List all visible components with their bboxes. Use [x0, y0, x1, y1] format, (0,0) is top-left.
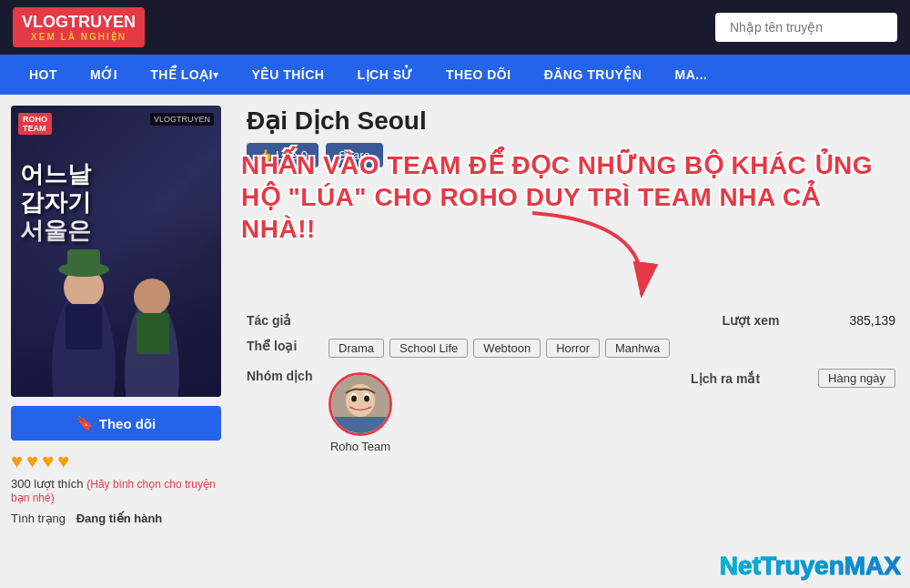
- cover-characters-svg: [11, 197, 221, 397]
- vote-count-text: 300 lượt thích: [11, 477, 84, 491]
- vote-count: 300 lượt thích (Hãy bình chọn cho truyện…: [11, 477, 221, 504]
- logo-wrapper[interactable]: VLOGTRUYEN XEM LÀ NGHIỆN: [13, 7, 145, 47]
- heart-2: ♥: [26, 450, 38, 473]
- nav-dang-truyen[interactable]: ĐĂNG TRUYỆN: [528, 55, 659, 95]
- follow-button[interactable]: 🔖 Theo dõi: [11, 406, 221, 441]
- nav-the-loai[interactable]: THỂ LOẠI: [134, 55, 235, 95]
- genre-school[interactable]: School Life: [389, 339, 468, 358]
- heart-3: ♥: [42, 450, 54, 473]
- luot-xem-label: Lượt xem: [722, 313, 794, 328]
- promo-overlay: NHẤN VÀO TEAM ĐỂ ĐỌC NHỮNG BỘ KHÁC ỦNG H…: [241, 149, 901, 245]
- nav-more[interactable]: MA...: [658, 55, 723, 95]
- nav: HOT MỚI THỂ LOẠI YÊU THÍCH LỊCH SỬ THEO …: [0, 55, 910, 95]
- the-loai-row: Thể loại Drama School Life Webtoon Horro…: [247, 339, 895, 358]
- genre-tags: Drama School Life Webtoon Horror Manhwa: [329, 339, 670, 358]
- header: VLOGTRUYEN XEM LÀ NGHIỆN: [0, 0, 910, 55]
- the-loai-label: Thể loại: [247, 339, 319, 353]
- nhom-dich-row: Nhóm dịch: [247, 369, 895, 453]
- manga-cover: ROHOTEAM VLOGTRUYEN 어느날갑자기서울은: [11, 106, 221, 397]
- team-info: Roho Team: [329, 369, 392, 453]
- watermark: NetTruyenMAX: [720, 552, 901, 581]
- nhom-dich-label: Nhóm dịch: [247, 369, 319, 383]
- genre-drama[interactable]: Drama: [329, 339, 384, 358]
- lich-ra-mat-group: Lịch ra mắt Hàng ngày: [691, 369, 895, 388]
- tac-gia-row: Tác giả Lượt xem 385,139: [247, 313, 895, 328]
- luot-xem-group: Lượt xem 385,139: [722, 313, 895, 328]
- svg-point-3: [134, 279, 170, 315]
- cover-site-label: VLOGTRUYEN: [150, 113, 214, 126]
- nav-theo-doi[interactable]: THEO DÕI: [430, 55, 528, 95]
- lich-ra-mat-value: Hàng ngày: [818, 369, 895, 388]
- manga-title: Đại Dịch Seoul: [247, 106, 895, 136]
- luot-xem-value: 385,139: [849, 313, 895, 328]
- svg-rect-15: [331, 417, 389, 433]
- nav-moi[interactable]: MỚI: [74, 55, 134, 95]
- follow-label: Theo dõi: [99, 416, 157, 431]
- left-panel: ROHOTEAM VLOGTRUYEN 어느날갑자기서울은: [0, 95, 232, 588]
- main-content: ROHOTEAM VLOGTRUYEN 어느날갑자기서울은: [0, 95, 910, 588]
- tinh-trang-label: Tình trạng: [11, 512, 66, 525]
- status-row: Tình trạng Đang tiến hành: [11, 512, 221, 525]
- nav-yeu-thich[interactable]: YÊU THÍCH: [236, 55, 341, 95]
- info-section: Tác giả Lượt xem 385,139 Thể loại Drama …: [247, 313, 895, 453]
- heart-1: ♥: [11, 450, 23, 473]
- team-name: Roho Team: [330, 440, 390, 453]
- team-avatar-svg: [331, 375, 389, 433]
- svg-point-14: [364, 396, 369, 402]
- bookmark-icon: 🔖: [76, 415, 94, 431]
- svg-rect-6: [66, 304, 102, 350]
- genre-webtoon[interactable]: Webtoon: [473, 339, 541, 358]
- genre-manhwa[interactable]: Manhwa: [605, 339, 670, 358]
- cover-team-label: ROHOTEAM: [18, 113, 52, 135]
- nav-lich-su[interactable]: LỊCH SỬ: [340, 55, 430, 95]
- logo-main: VLOGTRUYEN: [22, 13, 136, 32]
- svg-rect-7: [136, 313, 169, 354]
- svg-point-12: [351, 396, 357, 402]
- tac-gia-label: Tác giả: [247, 313, 319, 328]
- logo-sub: XEM LÀ NGHIỆN: [22, 32, 136, 42]
- right-panel: Đại Dịch Seoul 👍 Like 0 Share NHẤN VÀO T…: [232, 95, 910, 588]
- lich-ra-mat-label: Lịch ra mắt: [691, 371, 763, 386]
- search-input[interactable]: [715, 13, 897, 42]
- team-avatar[interactable]: [329, 372, 392, 436]
- genre-horror[interactable]: Horror: [546, 339, 600, 358]
- hearts-row: ♥ ♥ ♥ ♥: [11, 450, 221, 473]
- heart-4: ♥: [57, 450, 69, 473]
- tinh-trang-value: Đang tiến hành: [76, 512, 163, 525]
- svg-rect-5: [67, 249, 100, 271]
- nav-hot[interactable]: HOT: [13, 55, 74, 95]
- promo-text: NHẤN VÀO TEAM ĐỂ ĐỌC NHỮNG BỘ KHÁC ỦNG H…: [241, 149, 901, 245]
- team-avatar-inner: [331, 375, 389, 433]
- logo-area: VLOGTRUYEN XEM LÀ NGHIỆN: [13, 7, 145, 47]
